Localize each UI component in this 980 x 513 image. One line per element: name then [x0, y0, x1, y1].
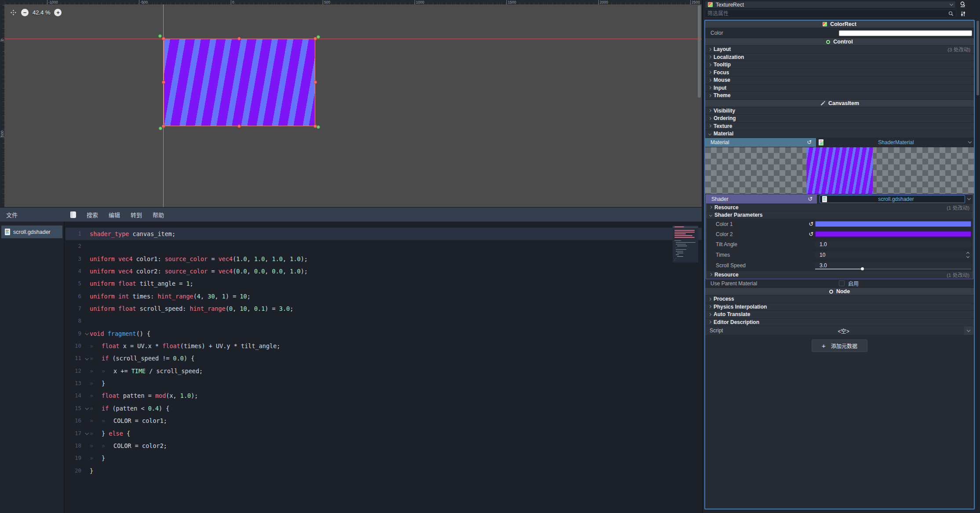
- selection-handle[interactable]: [162, 124, 165, 128]
- script-dropdown[interactable]: [964, 326, 973, 335]
- group-process[interactable]: Process: [705, 295, 974, 303]
- zoom-in-button[interactable]: +: [54, 9, 62, 16]
- code-line-8[interactable]: 8: [66, 315, 702, 327]
- revert-icon[interactable]: ↺: [807, 221, 815, 227]
- filter-properties-input[interactable]: [705, 10, 956, 18]
- chevron-down-icon[interactable]: [968, 140, 972, 143]
- selection-handle[interactable]: [237, 124, 241, 128]
- anchor-handle[interactable]: [317, 35, 320, 39]
- 2d-viewport[interactable]: -1000-50005001000150020002500 0500 − 42.…: [0, 0, 702, 207]
- minimap-line: [674, 233, 686, 234]
- code-line-9[interactable]: 9void fragment() {: [66, 327, 702, 340]
- chevron-down-icon: [709, 214, 712, 217]
- group-auto-translate[interactable]: Auto Translate: [705, 311, 974, 319]
- code-line-19[interactable]: 19»}: [66, 452, 702, 464]
- menu-文件[interactable]: 文件: [6, 211, 18, 219]
- resource-material[interactable]: Material↺ShaderMaterial: [705, 138, 974, 147]
- code-line-15[interactable]: 15»if (patten < 0.4) {: [66, 402, 702, 415]
- inspector-panel: TextureRect ColorRectColorControlLayout(…: [702, 0, 980, 513]
- property-script[interactable]: Script<空>: [705, 326, 974, 335]
- group-input[interactable]: Input: [705, 84, 974, 92]
- color-swatch[interactable]: [815, 221, 971, 227]
- inspector-scrollbar[interactable]: [976, 20, 980, 509]
- group-focus[interactable]: Focus: [705, 69, 974, 77]
- group-editor-description[interactable]: Editor Description: [705, 319, 974, 327]
- colorrect-node-striped[interactable]: [164, 39, 315, 126]
- menu-帮助[interactable]: 帮助: [153, 211, 164, 219]
- color-swatch[interactable]: [839, 30, 972, 36]
- code-line-6[interactable]: 6uniform int times: hint_range(4, 30, 1)…: [66, 290, 702, 302]
- group-texture[interactable]: Texture: [705, 123, 974, 131]
- add-metadata-button[interactable]: +添加元数据: [812, 339, 867, 352]
- fold-icon[interactable]: [83, 332, 90, 335]
- filter-input[interactable]: [707, 11, 948, 17]
- group-localization[interactable]: Localization: [705, 54, 974, 62]
- color-swatch[interactable]: [815, 231, 971, 237]
- code-line-16[interactable]: 16»»COLOR = color1;: [66, 415, 702, 427]
- shader-code-editor[interactable]: 1shader_type canvas_item;23uniform vec4 …: [66, 222, 702, 513]
- file-item-scroll-gdshader[interactable]: scroll.gdshader: [1, 226, 62, 238]
- value-field[interactable]: 3.0: [815, 262, 971, 269]
- code-line-3[interactable]: 3uniform vec4 color1: source_color = vec…: [66, 253, 702, 265]
- online-docs-icon[interactable]: [70, 211, 76, 218]
- viewport-canvas[interactable]: − 42.4 % +: [4, 4, 702, 207]
- checkbox[interactable]: [839, 280, 845, 286]
- code-line-2[interactable]: 2: [66, 240, 702, 252]
- slider-handle[interactable]: [861, 267, 864, 270]
- revert-icon[interactable]: ↺: [807, 231, 815, 237]
- selection-handle[interactable]: [162, 80, 165, 84]
- revert-icon[interactable]: ↺: [805, 139, 813, 145]
- code-line-13[interactable]: 13»}: [66, 377, 702, 389]
- value-field[interactable]: 1.0: [815, 241, 971, 248]
- group-tooltip[interactable]: Tooltip: [705, 61, 974, 69]
- zoom-out-button[interactable]: −: [21, 9, 29, 16]
- anchor-handle[interactable]: [317, 125, 320, 129]
- resource-picker-focused[interactable]: scroll.gdshader: [820, 195, 965, 203]
- fold-icon[interactable]: [83, 357, 90, 360]
- group-material[interactable]: Material: [705, 130, 974, 138]
- code-line-14[interactable]: 14»float patten = mod(x, 1.0);: [66, 389, 702, 402]
- group-visibility[interactable]: Visibility: [705, 107, 974, 115]
- node-selector[interactable]: TextureRect: [705, 1, 956, 8]
- chevron-down-icon[interactable]: [967, 196, 971, 200]
- fold-icon[interactable]: [83, 432, 90, 435]
- viewport-scrollbar[interactable]: [698, 5, 701, 98]
- code-line-5[interactable]: 5uniform float tilt_angle = 1;: [66, 277, 702, 290]
- group-theme[interactable]: Theme: [705, 92, 974, 100]
- code-line-7[interactable]: 7uniform float scroll_speed: hint_range(…: [66, 302, 702, 315]
- code-line-10[interactable]: 10»float x = UV.x * float(times) + UV.y …: [66, 340, 702, 352]
- code-line-12[interactable]: 12»»x += TIME / scroll_speed;: [66, 365, 702, 377]
- inspector-options-icon[interactable]: [958, 10, 968, 18]
- resource-shader[interactable]: Shader↺scroll.gdshader: [706, 195, 973, 204]
- selection-handle[interactable]: [313, 80, 317, 84]
- code-line-11[interactable]: 11»if (scroll_speed != 0.0) {: [66, 352, 702, 364]
- group-resource[interactable]: Resource(1 处改动): [706, 271, 973, 279]
- group-resource[interactable]: Resource(1 处改动): [706, 204, 973, 212]
- menu-编辑[interactable]: 编辑: [109, 211, 120, 219]
- group-ordering[interactable]: Ordering: [705, 115, 974, 123]
- code-line-18[interactable]: 18»»COLOR = color2;: [66, 440, 702, 452]
- value-field[interactable]: 10: [815, 251, 971, 259]
- selection-handle[interactable]: [162, 37, 165, 40]
- anchor-handle[interactable]: [159, 127, 162, 130]
- revert-icon[interactable]: ↺: [806, 196, 814, 202]
- anchor-handle[interactable]: [158, 34, 162, 38]
- code-line-1[interactable]: 1shader_type canvas_item;: [66, 228, 702, 240]
- zoom-level[interactable]: 42.4 %: [33, 9, 50, 16]
- group-layout[interactable]: Layout(3 处改动): [705, 46, 974, 54]
- code-line-20[interactable]: 20}: [66, 465, 702, 477]
- code-line-17[interactable]: 17»} else {: [66, 427, 702, 440]
- group-mouse[interactable]: Mouse: [705, 76, 974, 84]
- center-view-icon[interactable]: [10, 9, 17, 16]
- menu-转到[interactable]: 转到: [131, 211, 142, 219]
- indent-marker-icon: »: [90, 427, 102, 440]
- spinner-icon[interactable]: [967, 252, 969, 258]
- fold-icon[interactable]: [83, 407, 90, 410]
- code-line-4[interactable]: 4uniform vec4 color2: source_color = vec…: [66, 265, 702, 277]
- group-shader-parameters[interactable]: Shader Parameters: [706, 211, 973, 219]
- code-minimap[interactable]: [673, 226, 698, 262]
- group-physics-interpolation[interactable]: Physics Interpolation: [705, 303, 974, 311]
- open-docs-button[interactable]: [958, 1, 968, 8]
- selection-handle[interactable]: [237, 37, 241, 40]
- menu-搜索[interactable]: 搜索: [87, 211, 98, 219]
